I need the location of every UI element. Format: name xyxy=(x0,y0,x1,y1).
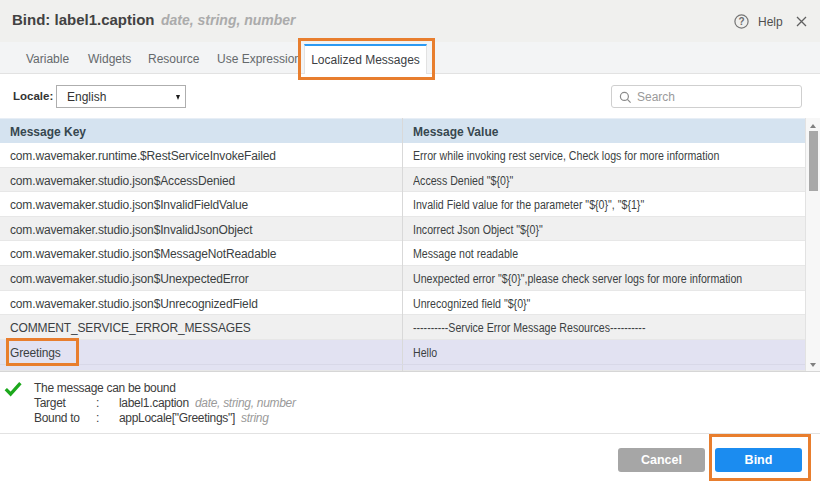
svg-text:?: ? xyxy=(739,16,745,27)
